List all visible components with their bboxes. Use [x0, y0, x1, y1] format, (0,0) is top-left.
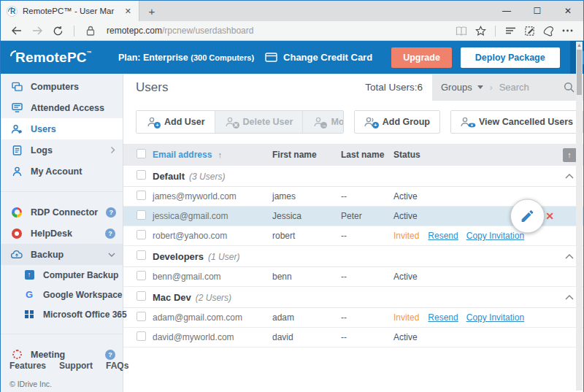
user-row[interactable]: benn@gmail.com benn -- Active	[123, 267, 583, 287]
meeting-icon	[12, 350, 22, 359]
status-badge: Invited	[393, 312, 419, 323]
refresh-button[interactable]	[49, 26, 66, 36]
view-cancelled-users-button[interactable]: View Cancelled Users	[450, 110, 583, 134]
add-user-button[interactable]: + Add User	[137, 111, 215, 133]
deploy-package-button[interactable]: Deploy Package	[461, 47, 560, 68]
close-button[interactable]: ✕	[553, 1, 583, 21]
browser-tab[interactable]: R RemotePC™ - User Mar ✕	[1, 1, 139, 21]
users-toolbar: + Add User ✕ Delete User	[123, 101, 583, 134]
page-scrollbar[interactable]: ▲	[576, 42, 583, 391]
upgrade-button[interactable]: Upgrade	[391, 47, 452, 68]
search-icon[interactable]	[564, 82, 575, 93]
sidebar-item-google-workspace[interactable]: G Google Workspace	[1, 285, 123, 304]
column-first-name[interactable]: First name	[272, 150, 341, 160]
user-row[interactable]: adam@gmail.com.com adam -- Invited Resen…	[123, 308, 583, 328]
groups-dropdown[interactable]: Groups	[441, 82, 472, 93]
faqs-link[interactable]: FAQs	[99, 361, 135, 371]
features-link[interactable]: Features	[9, 361, 53, 371]
helpdesk-icon	[12, 228, 22, 239]
forward-button[interactable]	[28, 26, 46, 36]
group-checkbox[interactable]	[137, 170, 146, 180]
sidebar-item-computers[interactable]: Computers	[1, 76, 123, 97]
row-checkbox[interactable]	[137, 210, 146, 220]
group-row-default[interactable]: Default(3 Users)	[123, 166, 583, 187]
table-header: Email address↑ First name Last name Stat…	[123, 144, 583, 166]
hub-icon[interactable]	[502, 26, 519, 35]
group-row-mac-dev[interactable]: Mac Dev(2 Users)	[123, 287, 583, 308]
remotepc-logo[interactable]: RemotePC ™	[10, 50, 92, 66]
select-all-checkbox[interactable]	[137, 149, 146, 158]
delete-user-icon: ✕	[225, 117, 237, 127]
edit-user-button[interactable]	[510, 199, 545, 234]
search-input[interactable]	[499, 82, 562, 93]
row-checkbox[interactable]	[137, 230, 146, 239]
favorites-star-icon[interactable]	[472, 26, 489, 36]
sidebar-item-attended-access[interactable]: Attended Access	[1, 97, 123, 118]
collapse-group-icon[interactable]	[565, 254, 574, 259]
web-note-icon[interactable]	[520, 26, 538, 36]
new-tab-button[interactable]: +	[139, 1, 164, 21]
row-checkbox[interactable]	[137, 331, 146, 341]
delete-user-button[interactable]: ✕ Delete User	[215, 111, 303, 133]
copy-invitation-link[interactable]: Copy Invitation	[466, 312, 524, 323]
status-badge: Invited	[393, 231, 419, 241]
collapse-group-icon[interactable]	[565, 295, 574, 300]
collapse-group-icon[interactable]	[565, 174, 574, 179]
reading-view-icon[interactable]	[453, 26, 470, 36]
group-row-developers[interactable]: Developers(1 User)	[123, 246, 583, 267]
column-last-name[interactable]: Last name	[341, 150, 393, 160]
sidebar-item-rdp-connector[interactable]: RDP Connector ?	[1, 201, 123, 223]
move-user-button[interactable]: → Move User	[302, 111, 343, 133]
scrollbar-thumb[interactable]	[577, 50, 582, 95]
my-account-icon	[11, 166, 23, 177]
help-question-icon[interactable]: ?	[106, 207, 116, 218]
lock-icon[interactable]	[82, 26, 99, 36]
scroll-top-button[interactable]: ↑	[563, 148, 577, 162]
more-options-icon[interactable]	[558, 29, 576, 32]
tab-strip: R RemotePC™ - User Mar ✕ + — ☐ ✕	[1, 1, 583, 21]
move-user-icon: →	[312, 117, 325, 127]
user-row[interactable]: robert@yahoo.com robert -- Invited Resen…	[123, 226, 583, 246]
attended-access-icon	[11, 103, 23, 112]
row-checkbox[interactable]	[137, 191, 146, 200]
maximize-button[interactable]: ☐	[522, 1, 553, 21]
sidebar-item-backup[interactable]: Backup	[1, 244, 123, 265]
sidebar-item-users[interactable]: Users	[1, 118, 123, 139]
row-checkbox[interactable]	[137, 271, 146, 280]
group-checkbox[interactable]	[137, 291, 146, 301]
sidebar-item-computer-backup[interactable]: ↑ Computer Backup	[1, 265, 123, 285]
change-credit-card-button[interactable]: Change Credit Card	[254, 52, 383, 63]
status-badge: Active	[393, 211, 418, 221]
minimize-button[interactable]: —	[491, 1, 522, 21]
page-header: Users Total Users:6 Groups ›	[123, 74, 583, 101]
scrollbar-up-arrow[interactable]: ▲	[576, 42, 583, 49]
sidebar-item-helpdesk[interactable]: HelpDesk ?	[1, 223, 123, 244]
office-365-icon	[25, 310, 34, 319]
address-bar[interactable]: remotepc.com/rpcnew/userdashboard	[107, 26, 450, 36]
help-question-icon[interactable]: ?	[105, 228, 115, 239]
add-group-button[interactable]: + Add Group	[354, 110, 440, 134]
row-checkbox[interactable]	[137, 312, 146, 321]
sidebar-item-my-account[interactable]: My Account	[1, 161, 123, 182]
column-email[interactable]: Email address↑	[153, 150, 272, 160]
support-link[interactable]: Support	[53, 361, 99, 371]
back-button[interactable]	[8, 26, 26, 36]
user-row-selected[interactable]: jessica@gmail.com Jessica Peter Active ✕	[123, 207, 583, 226]
group-checkbox[interactable]	[137, 250, 146, 260]
resend-link[interactable]: Resend	[428, 231, 458, 241]
browser-window: R RemotePC™ - User Mar ✕ + — ☐ ✕ remotep…	[0, 0, 584, 392]
delete-user-icon[interactable]: ✕	[545, 210, 554, 222]
sidebar-item-logs[interactable]: Logs	[1, 139, 123, 161]
user-table-rows: Default(3 Users) james@myworld.com james…	[123, 166, 583, 392]
user-row[interactable]: david@myworld.com david -- Active	[123, 328, 583, 347]
page-title: Users	[123, 80, 168, 95]
resend-link[interactable]: Resend	[428, 312, 458, 323]
tab-title: RemotePC™ - User Mar	[23, 7, 118, 15]
copy-invitation-link[interactable]: Copy Invitation	[466, 231, 524, 241]
column-status[interactable]: Status	[393, 150, 556, 160]
share-icon[interactable]	[539, 26, 557, 36]
tab-close-icon[interactable]: ✕	[123, 7, 133, 16]
chevron-down-icon	[108, 253, 115, 257]
help-question-icon[interactable]: ?	[105, 350, 115, 360]
sidebar-item-microsoft-office-365[interactable]: Microsoft Office 365	[1, 304, 123, 324]
